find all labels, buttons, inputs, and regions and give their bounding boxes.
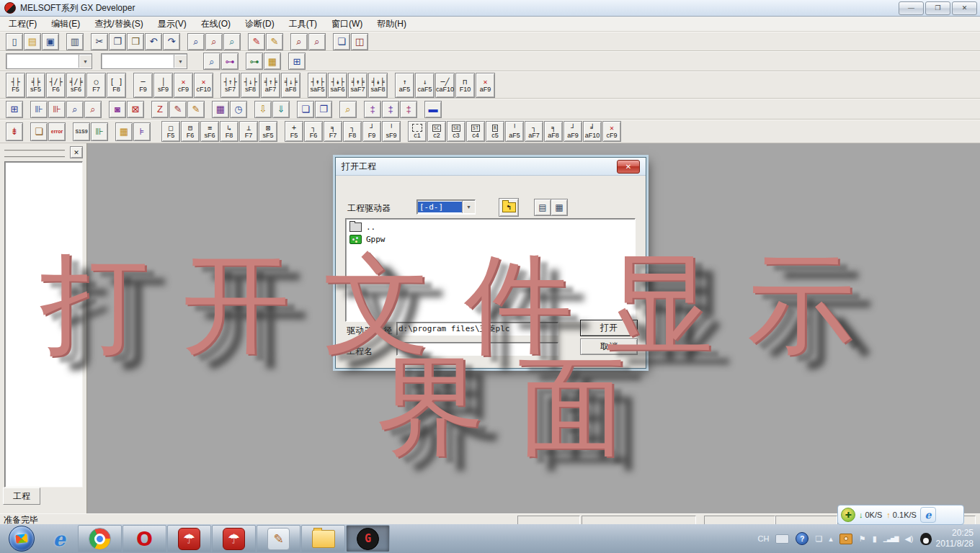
ladder-tool-button[interactable]: ┤↡├ saF6 xyxy=(328,73,347,98)
window-control-button[interactable]: ✕ xyxy=(952,1,977,15)
ladder-tool-button[interactable]: ╡╞ sF5 xyxy=(26,73,45,98)
toolbar-button[interactable]: ⊪ xyxy=(48,101,66,118)
fkey-tool-button[interactable]: ╵ sF9 xyxy=(382,121,401,142)
toolbar-button[interactable]: ⇟ xyxy=(6,122,23,141)
toolbar-button[interactable]: ❏ xyxy=(30,122,48,141)
fkey-tool-button[interactable]: R c5 xyxy=(486,121,504,142)
dock-grip-handle[interactable] xyxy=(4,150,65,158)
taskbar-button[interactable]: ☂ xyxy=(167,525,211,552)
tray-icon[interactable]: ▮ xyxy=(873,534,877,544)
fkey-tool-button[interactable]: ╵ aF5 xyxy=(505,121,524,142)
project-tree[interactable] xyxy=(4,161,83,487)
toolbar-button[interactable]: ‡ xyxy=(382,101,399,118)
dock-close-button[interactable]: ✕ xyxy=(70,146,83,158)
toolbar-button[interactable]: ▣ xyxy=(42,33,59,50)
toolbar-button[interactable]: ◷ xyxy=(230,101,247,118)
fkey-tool-button[interactable]: □ F5 xyxy=(161,121,180,142)
taskbar-clock[interactable]: 20:25 2011/8/28 xyxy=(936,528,974,549)
ladder-tool-button[interactable]: ⊓ F10 xyxy=(455,73,475,98)
ladder-tool-button[interactable]: ╡↟╞ saF7 xyxy=(348,73,368,98)
fkey-tool-button[interactable]: ╕ aF8 xyxy=(544,121,563,142)
ladder-tool-button[interactable]: ┤↑├ sF7 xyxy=(220,73,240,98)
menu-item[interactable]: 编辑(E) xyxy=(44,17,87,32)
ladder-tool-button[interactable]: ✕ cF9 xyxy=(174,73,193,98)
fkey-tool-button[interactable]: SC c2 xyxy=(427,121,446,142)
taskbar-button[interactable]: O xyxy=(122,525,166,552)
toolbar-button[interactable]: ⌕ xyxy=(290,33,308,50)
toolbar-button[interactable]: ✎ xyxy=(248,33,265,50)
menu-item[interactable]: 窗口(W) xyxy=(324,17,370,32)
toolbar-button[interactable]: ⌕ xyxy=(339,101,357,118)
file-list[interactable]: .. Gppw xyxy=(345,218,636,322)
tab-project[interactable]: 工程 xyxy=(3,487,40,505)
chevron-down-icon[interactable]: ▼ xyxy=(462,201,475,213)
project-name-input[interactable] xyxy=(396,342,558,356)
ladder-tool-button[interactable]: ┤↓├ sF8 xyxy=(241,73,260,98)
ladder-tool-button[interactable]: ╡/╞ sF6 xyxy=(66,73,86,98)
toolbar-button[interactable]: ⌕ xyxy=(187,33,205,50)
tray-icon[interactable] xyxy=(839,534,852,544)
fkey-tool-button[interactable]: ┐ aF7 xyxy=(525,121,543,142)
ladder-tool-button[interactable]: ╡↑╞ aF7 xyxy=(261,73,280,98)
toolbar-button[interactable]: ✎ xyxy=(266,33,283,50)
up-one-level-button[interactable]: ↰ xyxy=(499,198,519,217)
fkey-tool-button[interactable]: ╛ aF10 xyxy=(583,121,602,142)
ladder-tool-button[interactable]: ┤/├ F6 xyxy=(46,73,66,98)
toolbar-button[interactable]: ⇩ xyxy=(254,101,272,118)
tray-icon[interactable] xyxy=(775,534,789,544)
toolbar-button[interactable]: S1S9 xyxy=(73,122,90,141)
ie-icon[interactable]: e xyxy=(920,507,936,523)
taskbar-button[interactable]: ☂ xyxy=(212,525,256,552)
toolbar-button[interactable]: ❐ xyxy=(109,33,126,50)
dialog-close-button[interactable]: ✕ xyxy=(617,160,640,174)
fkey-tool-button[interactable]: ST c4 xyxy=(466,121,485,142)
toolbar-button[interactable]: ⌕ xyxy=(84,101,102,118)
ladder-tool-button[interactable]: ─╱ caF10 xyxy=(435,73,455,98)
toolbar-button[interactable]: ⌕ xyxy=(66,101,84,118)
toolbar-button[interactable]: ⊞ xyxy=(6,101,23,118)
fkey-tool-button[interactable]: ⊠ sF5 xyxy=(259,121,277,142)
fkey-tool-button[interactable]: ≡ sF6 xyxy=(200,121,219,142)
details-view-button[interactable]: ▦ xyxy=(551,199,568,216)
fkey-tool-button[interactable]: ╕ F7 xyxy=(324,121,342,142)
chevron-down-icon[interactable]: ▼ xyxy=(174,55,187,68)
toolbar-button[interactable]: ‡ xyxy=(400,101,417,118)
tray-icon[interactable]: ⚑ xyxy=(859,534,866,544)
menu-item[interactable]: 显示(V) xyxy=(151,17,194,32)
toolbar-button[interactable]: ⊪ xyxy=(30,101,48,118)
toolbar-button[interactable]: ❏ xyxy=(297,101,314,118)
toolbar-button[interactable]: ▦ xyxy=(264,53,281,70)
toolbar-button[interactable]: ⊞ xyxy=(288,53,306,70)
taskbar-button[interactable]: ✎ xyxy=(257,525,300,552)
menu-item[interactable]: 查找/替换(S) xyxy=(87,17,150,32)
ladder-tool-button[interactable]: ✕ aF9 xyxy=(476,73,495,98)
toolbar-button[interactable]: ✎ xyxy=(169,101,187,118)
fkey-tool-button[interactable]: ┐ F6 xyxy=(304,121,323,142)
drive-combo[interactable]: [-d-] ▼ xyxy=(416,199,476,215)
list-view-button[interactable]: ▤ xyxy=(534,199,551,216)
ladder-tool-button[interactable]: ─ F9 xyxy=(133,73,153,98)
fkey-tool-button[interactable]: ✕ cF9 xyxy=(602,121,621,142)
toolbar-button[interactable]: ▯ xyxy=(6,33,23,50)
menu-item[interactable]: 帮助(H) xyxy=(370,17,414,32)
fkey-tool-button[interactable]: ┐ F8 xyxy=(343,121,362,142)
menu-item[interactable]: 工程(F) xyxy=(1,17,44,32)
toolbar-button[interactable]: ▦ xyxy=(212,101,229,118)
fkey-tool-button[interactable]: + F5 xyxy=(285,121,303,142)
toolbar-button[interactable]: ❏ xyxy=(333,33,350,50)
ladder-tool-button[interactable]: ○ F7 xyxy=(86,73,106,98)
tray-icon[interactable]: ? xyxy=(796,532,808,545)
toolbar-button[interactable]: ⇓ xyxy=(272,101,290,118)
fkey-tool-button[interactable]: ┘ aF9 xyxy=(564,121,582,142)
window-control-button[interactable]: ❐ xyxy=(925,1,950,15)
toolbar-button[interactable]: ‡ xyxy=(364,101,381,118)
fkey-tool-button[interactable]: ⊟ F6 xyxy=(181,121,200,142)
tray-icon[interactable]: ▁▃▅▇ xyxy=(883,536,899,542)
toolbar-button[interactable]: ⊶ xyxy=(246,53,263,70)
taskbar-button[interactable] xyxy=(301,525,345,552)
menu-item[interactable]: 诊断(D) xyxy=(238,17,282,32)
fkey-tool-button[interactable]: ┘ F9 xyxy=(362,121,381,142)
toolbar-combo[interactable]: ▼ xyxy=(6,53,92,69)
toolbar-button[interactable]: ↶ xyxy=(145,33,162,50)
menu-item[interactable]: 工具(T) xyxy=(282,17,324,32)
